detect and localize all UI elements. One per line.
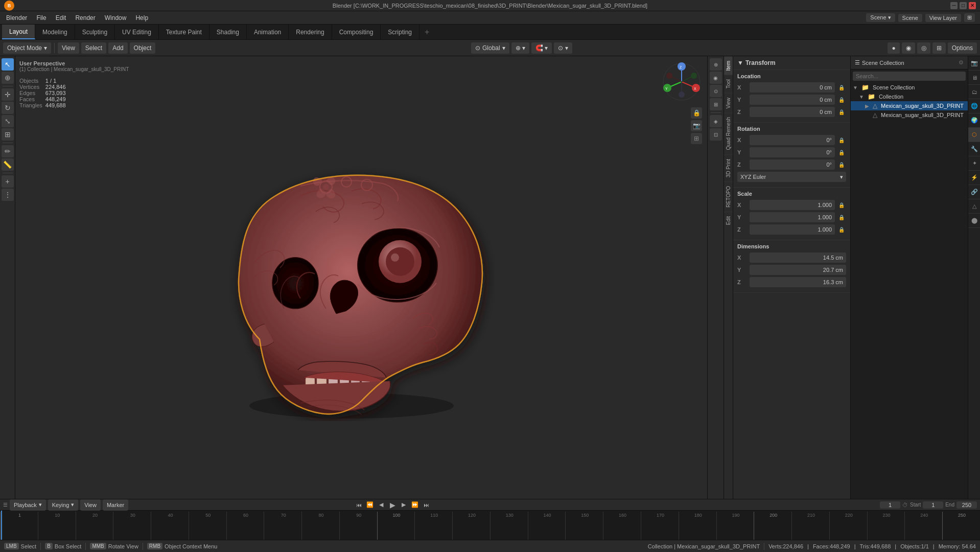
transform-pivot[interactable]: ⊕ ▾ [511,42,529,54]
tab-rendering[interactable]: Rendering [289,25,332,39]
prop-vtab-world[interactable]: 🌍 [968,113,980,128]
viewport-tool-4[interactable]: ⊞ [710,98,722,110]
minimize-button[interactable]: ─ [950,2,958,9]
tool-camera[interactable]: 📷 [691,120,702,131]
prop-vtab-modifier[interactable]: 🔧 [968,142,980,156]
prop-vtab-render[interactable]: 📷 [968,56,980,71]
maximize-button[interactable]: □ [960,2,967,9]
options-button[interactable]: Options [948,42,977,54]
rotation-z-lock[interactable]: 🔒 [837,160,846,169]
tool-extra[interactable]: ⋮ [2,189,14,201]
outliner-skull-object[interactable]: ▶ △ Mexican_sugar_skull_3D_PRINT [851,101,968,110]
current-frame-field[interactable]: 1 [880,501,900,509]
side-tab-3dprint[interactable]: 3D Print [724,154,733,181]
end-frame-field[interactable]: 250 [956,501,977,509]
tab-animation[interactable]: Animation [247,25,289,39]
menu-help[interactable]: Help [131,13,152,22]
rotation-y-field[interactable]: 0° [750,147,835,157]
viewport-tool-6[interactable]: ⊡ [710,128,722,141]
mode-dropdown[interactable]: Object Mode ▾ [3,42,51,54]
timeline-scrubber[interactable] [1,511,2,540]
select-menu[interactable]: Select [81,42,106,54]
location-z-field[interactable]: 0 cm [750,107,835,117]
menu-file[interactable]: File [32,13,50,22]
jump-start-button[interactable]: ⏮ [354,500,364,510]
tool-add[interactable]: + [2,175,14,188]
rotation-z-field[interactable]: 0° [750,159,835,170]
prev-frame-button[interactable]: ◀ [376,500,386,510]
object-menu[interactable]: Object [130,42,156,54]
keying-menu[interactable]: Keying ▾ [48,499,79,511]
location-x-field[interactable]: 0 cm [750,82,835,93]
location-x-lock[interactable]: 🔒 [837,83,846,92]
prev-keyframe-button[interactable]: ⏪ [365,500,375,510]
side-tab-quad[interactable]: Quad Remesh [724,112,733,154]
rotation-mode-select[interactable]: XYZ Euler▾ [737,172,846,182]
tool-rotate[interactable]: ↻ [2,102,14,114]
expand-button[interactable]: ⊞ [964,13,975,22]
menu-window[interactable]: Window [101,13,131,22]
viewport-tool-5[interactable]: ◈ [710,115,722,127]
tab-scripting[interactable]: Scripting [381,25,419,39]
next-frame-button[interactable]: ▶ [399,500,409,510]
prop-vtab-view-layer[interactable]: 🗂 [968,85,980,99]
scale-x-lock[interactable]: 🔒 [837,200,846,210]
location-y-lock[interactable]: 🔒 [837,95,846,104]
dim-z-field[interactable]: 16.3 cm [750,277,846,287]
timeline-view-menu[interactable]: View [80,499,101,511]
jump-end-button[interactable]: ⏭ [421,500,431,510]
play-button[interactable]: ▶ [387,500,398,510]
viewport-overlays[interactable]: ⊞ [932,42,946,54]
prop-vtab-output[interactable]: 🖥 [968,71,980,85]
proportional-editing[interactable]: ⊙ ▾ [554,42,572,54]
tab-sculpting[interactable]: Sculpting [75,25,115,39]
scene-selector[interactable]: Scene ▾ [866,13,895,22]
dim-y-field[interactable]: 20.7 cm [750,265,846,275]
viewport-tool-1[interactable]: ⊕ [710,58,722,71]
playback-menu[interactable]: Playback ▾ [10,499,46,511]
viewport-shading-solid[interactable]: ● [888,42,899,54]
scale-y-field[interactable]: 1.000 [750,212,835,222]
viewport-tool-3[interactable]: ⊙ [710,85,722,97]
tool-scale[interactable]: ⤡ [2,115,14,127]
side-tab-retopo[interactable]: RETOPO [724,181,733,212]
start-frame-field[interactable]: 1 [923,501,943,509]
scale-z-field[interactable]: 1.000 [750,224,835,235]
scale-x-field[interactable]: 1.000 [750,200,835,210]
outliner-collection[interactable]: ▼ 📁 Collection [851,92,968,101]
location-y-field[interactable]: 0 cm [750,95,835,105]
transform-global[interactable]: ⊙ Global ▾ [471,42,509,54]
snap-toggle[interactable]: 🧲 ▾ [531,42,552,54]
prop-vtab-scene[interactable]: 🌐 [968,99,980,113]
location-z-lock[interactable]: 🔒 [837,107,846,117]
scene-name[interactable]: Scene [898,14,922,22]
add-menu[interactable]: Add [108,42,127,54]
dim-x-field[interactable]: 14.5 cm [750,252,846,263]
outliner-filter-icon[interactable]: ⚙ [959,59,964,66]
tool-select[interactable]: ↖ [2,58,14,71]
tab-compositing[interactable]: Compositing [332,25,381,39]
viewport-shading-material[interactable]: ◉ [902,42,915,54]
menu-edit[interactable]: Edit [52,13,71,22]
timeline-ruler[interactable]: 1 10 20 30 40 50 60 70 80 90 100 110 120… [0,511,980,540]
tool-measure[interactable]: 📏 [2,158,14,171]
tab-uv-editing[interactable]: UV Editing [115,25,159,39]
viewport-tool-2[interactable]: ◉ [710,72,722,84]
prop-vtab-object[interactable]: ⬡ [968,128,980,142]
rotation-x-field[interactable]: 0° [750,135,835,145]
side-tab-tool[interactable]: Tool [724,75,733,93]
blender-logo[interactable]: B [4,1,14,11]
next-keyframe-button[interactable]: ⏩ [410,500,420,510]
view-menu[interactable]: View [58,42,79,54]
tool-move[interactable]: ✛ [2,88,14,101]
tool-cursor[interactable]: ⊕ [2,72,14,84]
viewport-shading-rendered[interactable]: ◎ [917,42,930,54]
scale-y-lock[interactable]: 🔒 [837,213,846,222]
tool-view-lock[interactable]: 🔒 [691,107,702,119]
prop-vtab-physics[interactable]: ⚡ [968,171,980,185]
close-button[interactable]: ✕ [969,2,976,9]
scale-z-lock[interactable]: 🔒 [837,225,846,234]
prop-vtab-data[interactable]: △ [968,199,980,214]
add-workspace-button[interactable]: + [419,25,434,39]
tool-grid[interactable]: ⊞ [691,133,702,144]
